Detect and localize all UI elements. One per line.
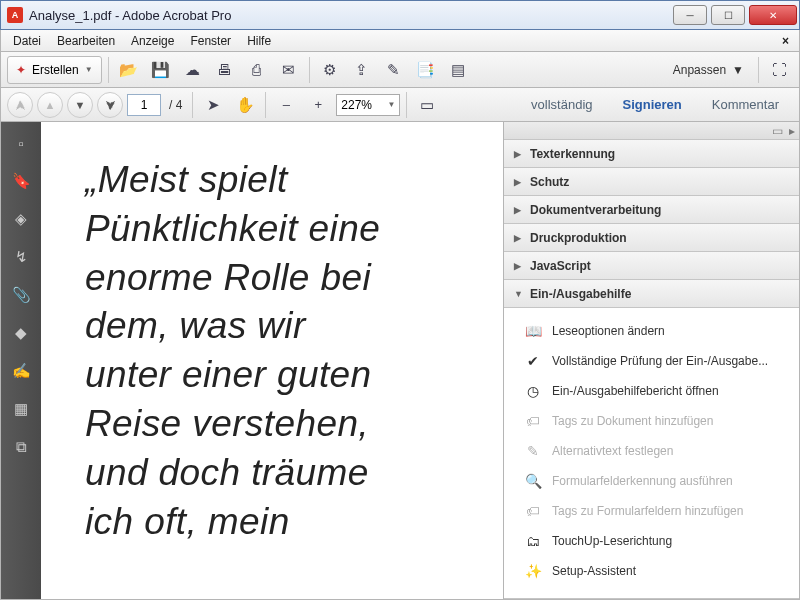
zoom-in-button[interactable]: + [304, 91, 332, 119]
minimize-button[interactable]: ─ [673, 5, 707, 25]
cloud-button[interactable]: ☁ [179, 56, 207, 84]
maximize-button[interactable]: ☐ [711, 5, 745, 25]
order-icon[interactable]: ↯ [10, 246, 32, 268]
page-count: / 4 [165, 98, 186, 112]
menu-icon[interactable]: ▸ [789, 124, 795, 138]
tab-comment[interactable]: Kommentar [698, 91, 793, 118]
book-icon: 📖 [524, 322, 542, 340]
window-title: Analyse_1.pdf - Adobe Acrobat Pro [29, 8, 671, 23]
menu-window[interactable]: Fenster [182, 32, 239, 50]
navigation-toolbar: ⮝ ▲ ▼ ⮟ / 4 ➤ ✋ – + 227% ▼ ▭ vollständig… [0, 88, 800, 122]
first-page-button[interactable]: ⮝ [7, 92, 33, 118]
tools-pane-header: ▭ ▸ [504, 122, 799, 140]
alttext-icon: ✎ [524, 442, 542, 460]
open-button[interactable]: 📂 [115, 56, 143, 84]
menu-file[interactable]: Datei [5, 32, 49, 50]
create-button[interactable]: ✦ Erstellen ▼ [7, 56, 102, 84]
formtag-icon: 🏷 [524, 502, 542, 520]
tab-full[interactable]: vollständig [517, 91, 606, 118]
zoom-out-button[interactable]: – [272, 91, 300, 119]
select-tool[interactable]: ➤ [199, 91, 227, 119]
form-icon: 🔍 [524, 472, 542, 490]
report-icon: ◷ [524, 382, 542, 400]
menu-view[interactable]: Anzeige [123, 32, 182, 50]
save-button[interactable]: 💾 [147, 56, 175, 84]
print-button[interactable]: 🖶 [211, 56, 239, 84]
tool-reading-options[interactable]: 📖Leseoptionen ändern [504, 316, 799, 346]
next-page-button[interactable]: ▼ [67, 92, 93, 118]
tag-icon: 🏷 [524, 412, 542, 430]
section-javascript[interactable]: ▶JavaScript [504, 252, 799, 280]
bookmarks-icon[interactable]: 🔖 [10, 170, 32, 192]
collapse-icon[interactable]: ▭ [772, 124, 783, 138]
thumbnails-icon[interactable]: ▫ [10, 132, 32, 154]
wizard-icon: ✨ [524, 562, 542, 580]
layers-icon[interactable]: ◆ [10, 322, 32, 344]
tool-open-report[interactable]: ◷Ein-/Ausgabehilfebericht öffnen [504, 376, 799, 406]
document-pane[interactable]: „Meist spielt Pünktlichkeit eine enorme … [41, 122, 503, 599]
menu-help[interactable]: Hilfe [239, 32, 279, 50]
export-button[interactable]: ⚙ [316, 56, 344, 84]
customize-button[interactable]: Anpassen ▼ [665, 63, 752, 77]
tool-touchup-reading[interactable]: 🗂TouchUp-Leserichtung [504, 526, 799, 556]
combine-button[interactable]: 📑 [412, 56, 440, 84]
tool-form-tags[interactable]: 🏷Tags zu Formularfeldern hinzufügen [504, 496, 799, 526]
zoom-level-select[interactable]: 227% ▼ [336, 94, 400, 116]
main-toolbar: ✦ Erstellen ▼ 📂 💾 ☁ 🖶 ⎙ ✉ ⚙ ⇪ ✎ 📑 ▤ Anpa… [0, 52, 800, 88]
accessibility-tools: 📖Leseoptionen ändern ✔Vollständige Prüfu… [504, 308, 799, 599]
menu-bar: Datei Bearbeiten Anzeige Fenster Hilfe × [0, 30, 800, 52]
signatures-icon[interactable]: ✍ [10, 360, 32, 382]
page-display-button[interactable]: ▭ [413, 91, 441, 119]
document-close-button[interactable]: × [774, 32, 795, 50]
tags-icon[interactable]: ◈ [10, 208, 32, 230]
tool-alt-text[interactable]: ✎Alternativtext festlegen [504, 436, 799, 466]
customize-label: Anpassen [673, 63, 726, 77]
main-area: ▫ 🔖 ◈ ↯ 📎 ◆ ✍ ▦ ⧉ „Meist spielt Pünktlic… [0, 122, 800, 600]
navigation-rail: ▫ 🔖 ◈ ↯ 📎 ◆ ✍ ▦ ⧉ [1, 122, 41, 599]
content-icon[interactable]: ▦ [10, 398, 32, 420]
tool-add-tags[interactable]: 🏷Tags zu Dokument hinzufügen [504, 406, 799, 436]
create-icon: ✦ [16, 63, 26, 77]
check-icon: ✔ [524, 352, 542, 370]
create-label: Erstellen [32, 63, 79, 77]
section-print-production[interactable]: ▶Druckproduktion [504, 224, 799, 252]
section-accessibility[interactable]: ▼Ein-/Ausgabehilfe [504, 280, 799, 308]
edit-pdf-button[interactable]: ✎ [380, 56, 408, 84]
title-bar: A Analyse_1.pdf - Adobe Acrobat Pro ─ ☐ … [0, 0, 800, 30]
email-button[interactable]: ✉ [275, 56, 303, 84]
tab-sign[interactable]: Signieren [609, 91, 696, 118]
app-icon: A [7, 7, 23, 23]
zoom-value: 227% [341, 98, 372, 112]
model-tree-icon[interactable]: ⧉ [10, 436, 32, 458]
chevron-down-icon: ▼ [732, 63, 744, 77]
close-button[interactable]: ✕ [749, 5, 797, 25]
touchup-icon: 🗂 [524, 532, 542, 550]
prev-page-button[interactable]: ▲ [37, 92, 63, 118]
attachments-icon[interactable]: 📎 [10, 284, 32, 306]
tool-form-recognition[interactable]: 🔍Formularfelderkennung ausführen [504, 466, 799, 496]
form-button[interactable]: ▤ [444, 56, 472, 84]
pdf-page: „Meist spielt Pünktlichkeit eine enorme … [41, 122, 503, 599]
document-text: „Meist spielt Pünktlichkeit eine enorme … [85, 156, 489, 547]
tool-full-check[interactable]: ✔Vollständige Prüfung der Ein-/Ausgabe..… [504, 346, 799, 376]
menu-edit[interactable]: Bearbeiten [49, 32, 123, 50]
chevron-down-icon: ▼ [85, 65, 93, 74]
tool-setup-assistant[interactable]: ✨Setup-Assistent [504, 556, 799, 586]
section-text-recognition[interactable]: ▶Texterkennung [504, 140, 799, 168]
hand-tool[interactable]: ✋ [231, 91, 259, 119]
share-button[interactable]: ⇪ [348, 56, 376, 84]
chevron-down-icon: ▼ [387, 100, 395, 109]
tools-pane: ▭ ▸ ▶Texterkennung ▶Schutz ▶Dokumentvera… [503, 122, 799, 599]
scan-button[interactable]: ⎙ [243, 56, 271, 84]
page-number-input[interactable] [127, 94, 161, 116]
fullscreen-button[interactable]: ⛶ [765, 56, 793, 84]
last-page-button[interactable]: ⮟ [97, 92, 123, 118]
section-document-processing[interactable]: ▶Dokumentverarbeitung [504, 196, 799, 224]
section-protect[interactable]: ▶Schutz [504, 168, 799, 196]
